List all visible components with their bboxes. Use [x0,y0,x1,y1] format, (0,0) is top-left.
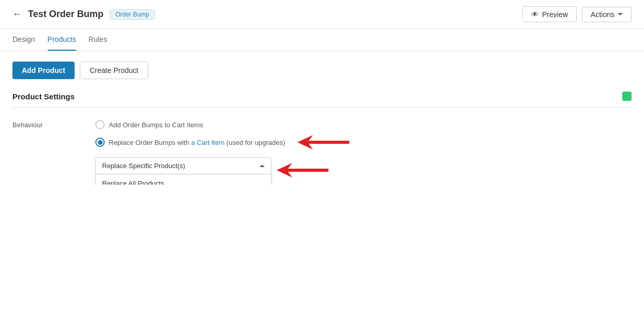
behaviour-option1-label: Add Order Bumps to Cart Items [109,121,203,129]
radio-option2[interactable] [95,138,105,147]
product-settings-header: Product Settings [12,92,632,101]
toolbar: Add Product Create Product [12,62,632,79]
section-divider [12,107,632,108]
tabs: Design Products Rules [0,29,644,51]
header-left: ← Test Order Bump Order Bump [12,9,155,20]
eye-icon: 👁 [531,10,539,19]
radio-option1[interactable] [95,120,105,129]
preview-button[interactable]: 👁 Preview [522,6,577,22]
preview-label: Preview [542,10,568,19]
chevron-down-icon [618,13,623,16]
behaviour-option1[interactable]: Add Order Bumps to Cart Items [95,120,632,129]
behaviour-label: Behaviour [12,120,95,174]
dropdown-selected-label: Replace Specific Product(s) [102,162,185,170]
dropdown-trigger[interactable]: Replace Specific Product(s) [95,157,271,174]
dropdown-item-all[interactable]: Replace All Products [96,174,271,185]
add-product-button[interactable]: Add Product [12,62,75,79]
page-title: Test Order Bump [28,9,104,20]
back-button[interactable]: ← [12,9,22,20]
behaviour-row: Behaviour Add Order Bumps to Cart Items … [12,120,632,174]
create-product-button[interactable]: Create Product [80,62,148,79]
arrow-annotation-2 [277,163,328,177]
behaviour-options: Add Order Bumps to Cart Items Replace Or… [95,120,632,174]
tab-design[interactable]: Design [12,29,35,51]
header: ← Test Order Bump Order Bump 👁 Preview A… [0,0,644,29]
order-bump-badge: Order Bump [110,9,155,20]
behaviour-option2-label: Replace Order Bumps with a Cart Item (us… [109,139,285,146]
svg-marker-0 [297,135,349,150]
tab-rules[interactable]: Rules [89,29,107,51]
settings-toggle[interactable] [622,92,632,101]
dropdown-container: Replace Specific Product(s) Replace All … [95,157,271,174]
actions-label: Actions [591,10,614,19]
header-right: 👁 Preview Actions [522,6,632,22]
actions-button[interactable]: Actions [582,7,632,22]
product-settings-title: Product Settings [12,92,75,101]
svg-marker-1 [277,163,328,177]
behaviour-option2[interactable]: Replace Order Bumps with a Cart Item (us… [95,138,285,147]
tab-products[interactable]: Products [48,29,76,51]
dropdown-menu: Replace All Products Replace Specific Pr… [95,174,271,185]
chevron-up-icon [260,165,265,167]
content: Add Product Create Product Product Setti… [0,51,644,185]
arrow-annotation-1 [297,135,349,150]
